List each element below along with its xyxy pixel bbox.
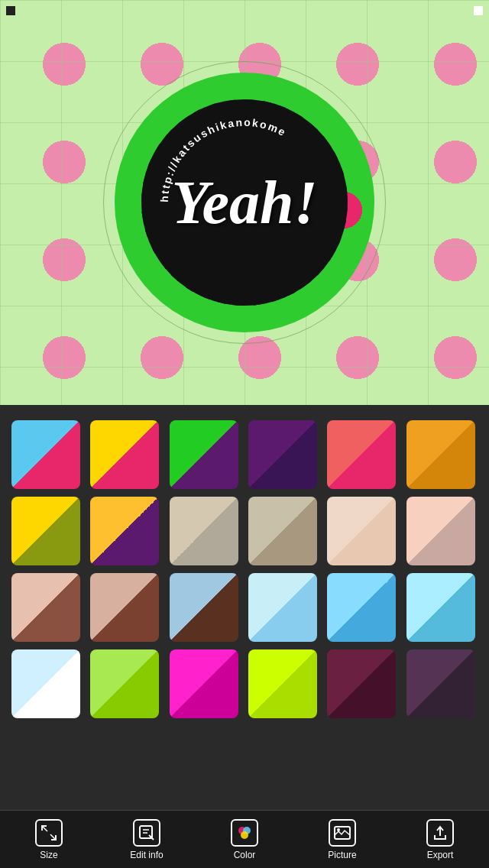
color-swatch[interactable]: [90, 573, 159, 642]
color-swatch[interactable]: [11, 573, 80, 642]
picture-icon: [329, 819, 356, 847]
edit-info-label: Edit info: [130, 850, 163, 860]
color-swatch[interactable]: [248, 649, 317, 718]
export-icon: [426, 819, 454, 847]
size-label: Size: [40, 850, 57, 860]
color-swatch[interactable]: [90, 497, 159, 565]
black-circle: http://katsushikanokome Yeah!: [141, 99, 348, 306]
picture-label: Picture: [328, 850, 356, 860]
color-swatch[interactable]: [90, 420, 159, 489]
color-swatch[interactable]: [327, 573, 396, 642]
size-button[interactable]: Size: [18, 815, 79, 865]
palette-area: [0, 405, 489, 810]
color-icon: [231, 819, 258, 847]
svg-line-1: [42, 826, 47, 831]
color-swatch[interactable]: [11, 420, 80, 489]
yeah-text: Yeah!: [171, 168, 317, 238]
color-swatch[interactable]: [90, 649, 159, 718]
color-button[interactable]: Color: [214, 815, 275, 865]
color-swatch[interactable]: [11, 649, 80, 718]
export-label: Export: [427, 850, 454, 860]
color-swatch[interactable]: [327, 420, 396, 489]
svg-point-11: [337, 828, 340, 831]
color-swatch[interactable]: [11, 497, 80, 565]
color-swatch[interactable]: [248, 573, 317, 642]
resize-icon: [35, 819, 63, 847]
color-swatch[interactable]: [248, 420, 317, 489]
color-swatch[interactable]: [406, 420, 475, 489]
corner-tl-marker: [6, 6, 15, 15]
color-swatch[interactable]: [327, 497, 396, 565]
edit-info-button[interactable]: Edit info: [116, 815, 177, 865]
edit-icon: [133, 819, 160, 847]
canvas-area: http://katsushikanokome Yeah!: [0, 0, 489, 405]
color-label: Color: [234, 850, 256, 860]
svg-line-2: [50, 834, 56, 840]
picture-button[interactable]: Picture: [312, 815, 373, 865]
color-swatch[interactable]: [406, 649, 475, 718]
color-swatch[interactable]: [248, 497, 317, 565]
export-button[interactable]: Export: [410, 815, 471, 865]
corner-tr-marker: [474, 6, 483, 15]
color-swatch[interactable]: [170, 497, 238, 565]
color-swatch[interactable]: [170, 420, 238, 489]
svg-point-9: [241, 831, 248, 839]
color-swatch[interactable]: [170, 573, 238, 642]
color-swatch[interactable]: [170, 649, 238, 718]
toolbar: Size Edit info Color: [0, 810, 489, 868]
color-swatch[interactable]: [327, 649, 396, 718]
color-swatch[interactable]: [406, 497, 475, 565]
watermelon-circle[interactable]: http://katsushikanokome Yeah!: [115, 73, 374, 332]
color-swatch[interactable]: [406, 573, 475, 642]
